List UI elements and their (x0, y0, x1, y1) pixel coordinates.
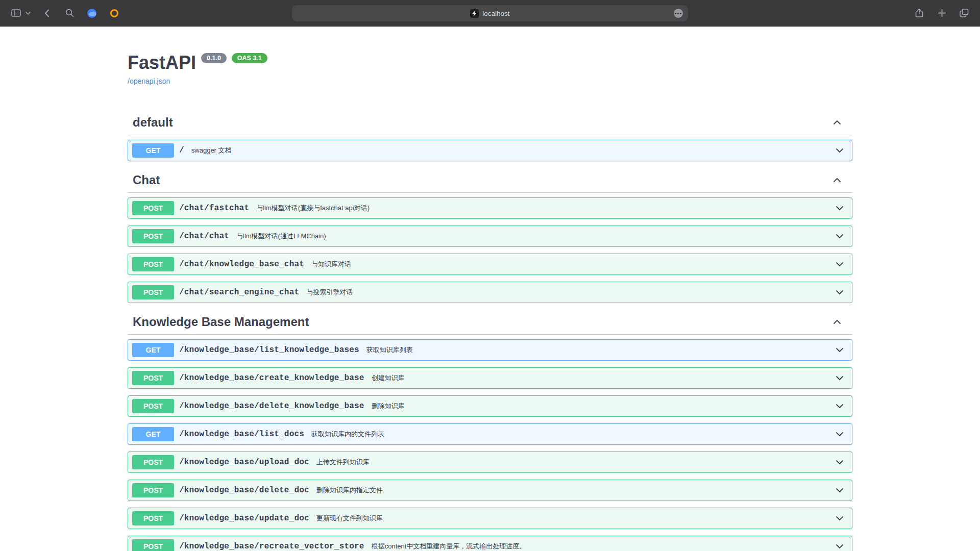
method-badge: POST (132, 371, 174, 385)
endpoint-summary: 删除知识库 (372, 402, 405, 411)
api-section-default: defaultGET/swagger 文档 (128, 110, 852, 161)
section-header-chat[interactable]: Chat (128, 168, 852, 193)
site-favicon (470, 9, 479, 18)
expand-endpoint-icon[interactable] (835, 429, 845, 439)
expand-endpoint-icon[interactable] (835, 401, 845, 411)
endpoint-path: /knowledge_base/delete_doc (179, 486, 309, 495)
expand-endpoint-icon[interactable] (835, 373, 845, 383)
endpoint-path: /chat/search_engine_chat (179, 288, 299, 297)
endpoint-summary: swagger 文档 (191, 146, 232, 155)
extension-orange-icon[interactable] (108, 7, 121, 20)
section-header-default[interactable]: default (128, 110, 852, 135)
endpoint-summary: 根据content中文档重建向量库，流式输出处理进度。 (372, 542, 526, 551)
endpoint-row[interactable]: POST/chat/search_engine_chat与搜索引擎对话 (128, 282, 852, 303)
api-section-knowledge-base-management: Knowledge Base ManagementGET/knowledge_b… (128, 310, 852, 551)
endpoint-path: /knowledge_base/upload_doc (179, 458, 309, 467)
collapse-section-icon[interactable] (832, 317, 842, 327)
method-badge: POST (132, 201, 174, 215)
api-sections: defaultGET/swagger 文档ChatPOST/chat/fastc… (128, 110, 852, 551)
endpoint-row[interactable]: POST/knowledge_base/delete_knowledge_bas… (128, 395, 852, 417)
endpoint-row[interactable]: GET/knowledge_base/list_knowledge_bases获… (128, 339, 852, 361)
endpoint-summary: 创建知识库 (372, 373, 405, 383)
more-options-icon[interactable]: ••• (674, 9, 683, 18)
method-badge: POST (132, 539, 174, 551)
tab-overview-icon[interactable] (958, 7, 971, 20)
method-badge: POST (132, 511, 174, 525)
version-badge: 0.1.0 (201, 53, 227, 64)
endpoint-summary: 更新现有文件到知识库 (316, 514, 383, 523)
oas-badge: OAS 3.1 (232, 53, 267, 64)
page-title: FastAPI 0.1.0 OAS 3.1 (128, 52, 852, 73)
endpoint-path: /knowledge_base/list_knowledge_bases (179, 345, 359, 355)
endpoint-row[interactable]: POST/knowledge_base/delete_doc删除知识库内指定文件 (128, 480, 852, 501)
expand-endpoint-icon[interactable] (835, 485, 845, 495)
endpoint-row[interactable]: GET/swagger 文档 (128, 140, 852, 161)
endpoint-summary: 与搜索引擎对话 (306, 288, 353, 297)
expand-endpoint-icon[interactable] (835, 203, 845, 213)
browser-toolbar: localhost ••• (0, 0, 980, 27)
endpoint-row[interactable]: POST/chat/chat与llm模型对话(通过LLMChain) (128, 226, 852, 247)
method-badge: GET (132, 143, 174, 158)
endpoint-summary: 获取知识库列表 (366, 345, 413, 355)
operations-list: GET/knowledge_base/list_knowledge_bases获… (128, 335, 852, 551)
endpoint-path: /knowledge_base/recreate_vector_store (179, 542, 364, 551)
section-header-knowledge-base-management[interactable]: Knowledge Base Management (128, 310, 852, 335)
method-badge: POST (132, 285, 174, 299)
expand-endpoint-icon[interactable] (835, 513, 845, 523)
url-text: localhost (482, 10, 509, 17)
section-title: Chat (133, 173, 160, 187)
collapse-section-icon[interactable] (832, 175, 842, 185)
operations-list: POST/chat/fastchat与llm模型对话(直接与fastchat a… (128, 193, 852, 303)
swagger-page: FastAPI 0.1.0 OAS 3.1 /openapi.json defa… (0, 27, 980, 551)
toolbar-right-group (913, 7, 971, 20)
back-icon[interactable] (40, 7, 54, 20)
method-badge: GET (132, 343, 174, 357)
method-badge: POST (132, 399, 174, 413)
endpoint-summary: 删除知识库内指定文件 (316, 486, 383, 495)
collapse-section-icon[interactable] (832, 117, 842, 128)
method-badge: POST (132, 483, 174, 497)
section-title: default (133, 115, 173, 130)
endpoint-row[interactable]: POST/chat/knowledge_base_chat与知识库对话 (128, 254, 852, 275)
endpoint-summary: 上传文件到知识库 (316, 458, 370, 467)
endpoint-row[interactable]: GET/knowledge_base/list_docs获取知识库内的文件列表 (128, 423, 852, 445)
method-badge: GET (132, 427, 174, 441)
openapi-spec-link[interactable]: /openapi.json (128, 77, 170, 85)
endpoint-path: /knowledge_base/update_doc (179, 514, 309, 523)
search-icon[interactable] (63, 7, 76, 20)
endpoint-path: /knowledge_base/delete_knowledge_base (179, 402, 364, 411)
expand-endpoint-icon[interactable] (835, 287, 845, 297)
expand-endpoint-icon[interactable] (835, 259, 845, 269)
method-badge: POST (132, 257, 174, 271)
expand-endpoint-icon[interactable] (835, 345, 845, 355)
endpoint-path: /chat/chat (179, 232, 229, 241)
api-title-text: FastAPI (128, 52, 196, 73)
endpoint-path: /chat/fastchat (179, 204, 249, 213)
endpoint-row[interactable]: POST/knowledge_base/create_knowledge_bas… (128, 367, 852, 389)
endpoint-path: /knowledge_base/list_docs (179, 430, 304, 439)
endpoint-row[interactable]: POST/knowledge_base/recreate_vector_stor… (128, 536, 852, 551)
expand-endpoint-icon[interactable] (835, 457, 845, 467)
share-icon[interactable] (913, 7, 926, 20)
api-info: FastAPI 0.1.0 OAS 3.1 /openapi.json (128, 27, 852, 110)
endpoint-path: /knowledge_base/create_knowledge_base (179, 373, 364, 383)
expand-endpoint-icon[interactable] (835, 145, 845, 156)
url-bar[interactable]: localhost ••• (292, 5, 688, 21)
endpoint-summary: 与llm模型对话(通过LLMChain) (236, 232, 326, 241)
endpoint-summary: 与llm模型对话(直接与fastchat api对话) (256, 204, 370, 213)
endpoint-summary: 与知识库对话 (311, 260, 351, 269)
section-title: Knowledge Base Management (133, 315, 309, 329)
chevron-down-icon[interactable] (25, 7, 31, 20)
endpoint-path: / (179, 146, 184, 155)
endpoint-row[interactable]: POST/chat/fastchat与llm模型对话(直接与fastchat a… (128, 197, 852, 219)
sidebar-toggle-icon[interactable] (9, 7, 22, 20)
endpoint-row[interactable]: POST/knowledge_base/upload_doc上传文件到知识库 (128, 452, 852, 473)
expand-endpoint-icon[interactable] (835, 541, 845, 551)
new-tab-icon[interactable] (935, 7, 948, 20)
api-section-chat: ChatPOST/chat/fastchat与llm模型对话(直接与fastch… (128, 168, 852, 303)
method-badge: POST (132, 455, 174, 469)
endpoint-row[interactable]: POST/knowledge_base/update_doc更新现有文件到知识库 (128, 508, 852, 529)
endpoint-path: /chat/knowledge_base_chat (179, 260, 304, 269)
extension-blue-icon[interactable] (85, 7, 99, 20)
expand-endpoint-icon[interactable] (835, 231, 845, 241)
